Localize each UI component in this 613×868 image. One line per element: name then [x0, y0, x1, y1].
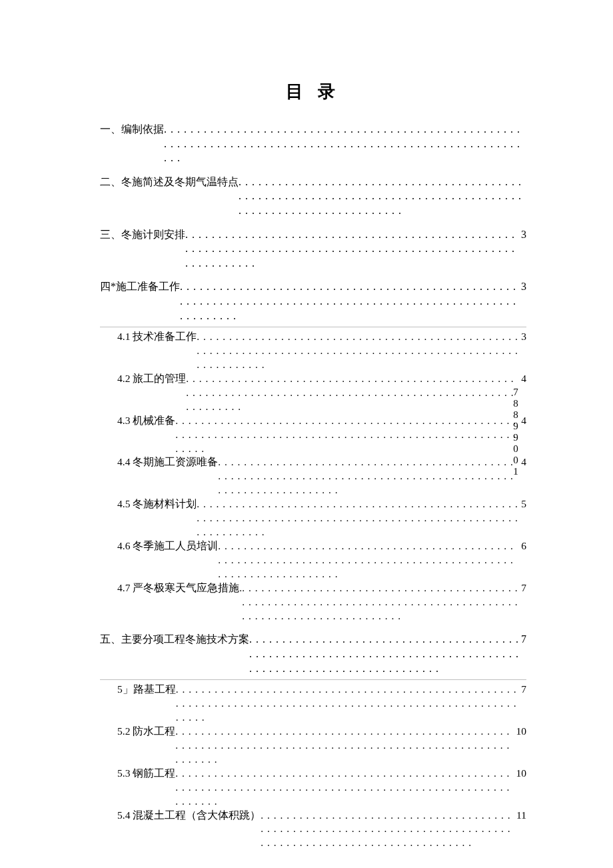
- toc-leader: . . . . . . . . . . . . . . . . . . . . …: [197, 330, 520, 372]
- toc-leader: . . . . . . . . . . . . . . . . . . . . …: [197, 497, 520, 539]
- toc-section-1: 一、编制依据 . . . . . . . . . . . . . . . . .…: [100, 122, 526, 165]
- toc-leader: . . . . . . . . . . . . . . . . . . . . …: [164, 122, 525, 165]
- toc-row: 5.4 混凝土工程（含大体积跳）. . . . . . . . . . . . …: [117, 809, 526, 851]
- toc-page: 3: [520, 227, 526, 242]
- toc-row: 5」路基工程. . . . . . . . . . . . . . . . . …: [117, 683, 526, 725]
- toc-label: 四*施工准备工作: [100, 279, 180, 294]
- toc-row: 4.4 冬期施工资源唯备. . . . . . . . . . . . . . …: [117, 455, 526, 497]
- toc-page: 3: [520, 279, 526, 294]
- toc-row: 5.3 钢筋工程. . . . . . . . . . . . . . . . …: [117, 767, 526, 809]
- toc-row: 4.5 冬施材料计划. . . . . . . . . . . . . . . …: [117, 497, 526, 539]
- toc-row: 4.2 旅工的管理. . . . . . . . . . . . . . . .…: [117, 372, 526, 414]
- toc-label: 4.6 冬季施工人员培训: [117, 539, 218, 553]
- toc-page: 5: [520, 497, 526, 511]
- toc-subsection-4: 4.1 技术准备工作. . . . . . . . . . . . . . . …: [100, 330, 526, 623]
- toc-row: 4.7 严冬极寒天气应急措施.. . . . . . . . . . . . .…: [117, 581, 526, 623]
- toc-leader: . . . . . . . . . . . . . . . . . . . . …: [218, 539, 520, 581]
- toc-subsection-5: 5」路基工程. . . . . . . . . . . . . . . . . …: [100, 683, 526, 850]
- toc-row: 三、冬施计则安排 . . . . . . . . . . . . . . . .…: [100, 227, 526, 271]
- toc-page: 6: [520, 539, 526, 553]
- toc-label: 5」路基工程: [117, 683, 176, 697]
- toc-section-2: 二、冬施简述及冬期气温特点 . . . . . . . . . . . . . …: [100, 175, 526, 218]
- toc-label: 4.4 冬期施工资源唯备: [117, 455, 218, 469]
- toc-leader: . . . . . . . . . . . . . . . . . . . . …: [261, 809, 515, 851]
- toc-row: 一、编制依据 . . . . . . . . . . . . . . . . .…: [100, 122, 526, 165]
- toc-label: 4.1 技术准备工作: [117, 330, 197, 344]
- toc-leader: . . . . . . . . . . . . . . . . . . . . …: [180, 279, 520, 323]
- toc-leader: . . . . . . . . . . . . . . . . . . . . …: [175, 725, 514, 767]
- toc-leader: . . . . . . . . . . . . . . . . . . . . …: [175, 414, 520, 456]
- toc-section-4: 四*施工准备工作 . . . . . . . . . . . . . . . .…: [100, 279, 526, 323]
- toc-page: 7: [520, 683, 526, 697]
- vertical-number: 78899001: [510, 387, 521, 477]
- toc-row: 4.1 技术准备工作. . . . . . . . . . . . . . . …: [117, 330, 526, 372]
- toc-label: 5.2 防水工程: [117, 725, 175, 739]
- toc-leader: . . . . . . . . . . . . . . . . . . . . …: [186, 372, 520, 414]
- toc-row: 二、冬施简述及冬期气温特点 . . . . . . . . . . . . . …: [100, 175, 526, 218]
- toc-label: 5.4 混凝土工程（含大体积跳）: [117, 809, 261, 823]
- toc-row: 五、主要分项工程冬施技术方案 . . . . . . . . . . . . .…: [100, 632, 526, 675]
- toc-label: 二、冬施简述及冬期气温特点: [100, 175, 239, 189]
- toc-page: 7: [520, 581, 526, 595]
- toc-row: 四*施工准备工作 . . . . . . . . . . . . . . . .…: [100, 279, 526, 323]
- toc-row: 5.2 防水工程. . . . . . . . . . . . . . . . …: [117, 725, 526, 767]
- toc-section-5: 五、主要分项工程冬施技术方案 . . . . . . . . . . . . .…: [100, 632, 526, 675]
- divider: [100, 679, 526, 680]
- divider: [100, 327, 526, 327]
- toc-leader: . . . . . . . . . . . . . . . . . . . . …: [176, 683, 520, 725]
- toc-page: 3: [520, 330, 526, 344]
- toc-page: 10: [515, 767, 527, 781]
- toc-leader: . . . . . . . . . . . . . . . . . . . . …: [249, 632, 520, 675]
- toc-row: 4.3 机械准备. . . . . . . . . . . . . . . . …: [117, 414, 526, 456]
- toc-row: 4.6 冬季施工人员培训. . . . . . . . . . . . . . …: [117, 539, 526, 581]
- toc-label: 五、主要分项工程冬施技术方案: [100, 632, 249, 647]
- toc-page: 10: [515, 725, 527, 739]
- toc-leader: . . . . . . . . . . . . . . . . . . . . …: [239, 175, 525, 218]
- toc-label: 三、冬施计则安排: [100, 227, 185, 242]
- toc-label: 5.3 钢筋工程: [117, 767, 175, 781]
- toc-leader: . . . . . . . . . . . . . . . . . . . . …: [185, 227, 520, 271]
- toc-page: 4: [520, 372, 526, 386]
- toc-page: 11: [515, 809, 526, 823]
- toc-label: 一、编制依据: [100, 122, 164, 137]
- toc-label: 4.2 旅工的管理: [117, 372, 186, 386]
- toc-leader: . . . . . . . . . . . . . . . . . . . . …: [242, 581, 520, 623]
- toc-label: 4.3 机械准备: [117, 414, 175, 428]
- toc-label: 4.5 冬施材料计划: [117, 497, 197, 511]
- document-page: 目 录 一、编制依据 . . . . . . . . . . . . . . .…: [0, 0, 613, 868]
- toc-page: 7: [520, 632, 526, 647]
- toc-title: 目 录: [100, 80, 526, 103]
- toc-label: 4.7 严冬极寒天气应急措施.: [117, 581, 242, 595]
- toc-leader: . . . . . . . . . . . . . . . . . . . . …: [175, 767, 514, 809]
- toc-leader: . . . . . . . . . . . . . . . . . . . . …: [218, 455, 520, 497]
- toc-section-3: 三、冬施计则安排 . . . . . . . . . . . . . . . .…: [100, 227, 526, 271]
